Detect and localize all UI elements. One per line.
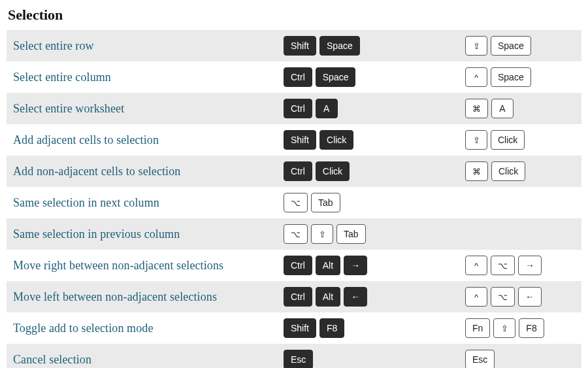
table-row: Same selection in next column⌥Tab [7, 187, 581, 218]
shortcut-description[interactable]: Move left between non-adjacent selection… [12, 290, 284, 304]
key: Alt [316, 256, 340, 275]
key: Ctrl [284, 287, 312, 307]
key: Esc [284, 350, 313, 368]
key: F8 [319, 318, 344, 338]
windows-keys: CtrlClick [284, 161, 465, 181]
mac-keys: ^Space [465, 67, 576, 87]
key: → [518, 256, 542, 275]
table-row: Add adjacent cells to selectionShiftClic… [7, 124, 581, 156]
key: Shift [284, 36, 316, 56]
shortcut-description[interactable]: Select entire worksheet [12, 102, 284, 116]
key: Space [319, 36, 360, 56]
mac-keys: ⇧Click [465, 130, 576, 150]
table-row: Select entire rowShiftSpace⇧Space [7, 30, 581, 61]
key: Ctrl [284, 67, 312, 87]
key: ⇧ [311, 224, 333, 244]
windows-keys: ⌥⇧Tab [284, 224, 465, 244]
key: Click [491, 130, 525, 150]
mac-keys: ⌘Click [465, 161, 576, 181]
mac-keys: ^⌥← [465, 287, 576, 307]
shortcut-description[interactable]: Same selection in next column [12, 196, 284, 210]
section-heading: Selection [7, 4, 581, 30]
key: ← [518, 287, 542, 307]
table-row: Move left between non-adjacent selection… [7, 281, 581, 312]
windows-keys: ShiftSpace [284, 36, 465, 56]
key: Space [316, 67, 356, 87]
key: ^ [465, 256, 487, 275]
key: ⇧ [465, 36, 487, 56]
mac-keys: ^⌥→ [465, 256, 576, 275]
key: Tab [336, 224, 366, 244]
windows-keys: CtrlAlt← [284, 287, 465, 307]
key: ⌘ [465, 161, 488, 181]
mac-keys: Fn⇧F8 [465, 318, 576, 338]
mac-keys: Esc [465, 350, 576, 368]
key: Click [319, 130, 353, 150]
shortcut-description[interactable]: Select entire row [12, 39, 284, 53]
key: ^ [465, 287, 487, 307]
key: → [344, 256, 367, 275]
key: Shift [284, 130, 316, 150]
shortcut-description[interactable]: Select entire column [12, 71, 284, 84]
key: ⌥ [284, 193, 308, 212]
key: ^ [465, 67, 487, 87]
table-row: Select entire columnCtrlSpace^Space [7, 61, 581, 93]
key: Ctrl [284, 256, 312, 275]
mac-keys: ⇧Space [465, 36, 576, 56]
shortcut-description[interactable]: Toggle add to selection mode [12, 322, 284, 335]
key: ⇧ [493, 318, 515, 338]
table-row: Toggle add to selection modeShiftF8Fn⇧F8 [7, 312, 581, 344]
key: ⌥ [284, 224, 308, 244]
table-row: Cancel selectionEscEsc [7, 344, 581, 368]
table-row: Add non-adjacent cells to selectionCtrlC… [7, 156, 581, 187]
key: Tab [311, 193, 340, 212]
key: A [491, 99, 514, 118]
mac-keys: ⌘A [465, 99, 576, 118]
key: F8 [519, 318, 544, 338]
table-row: Move right between non-adjacent selectio… [7, 250, 581, 281]
table-row: Select entire worksheetCtrlA⌘A [7, 93, 581, 124]
table-row: Same selection in previous column⌥⇧Tab [7, 218, 581, 250]
key: Click [491, 161, 525, 181]
key: ⇧ [465, 130, 487, 150]
key: ⌘ [465, 99, 488, 118]
key: ⌥ [491, 256, 515, 275]
key: Alt [316, 287, 340, 307]
key: Ctrl [284, 161, 312, 181]
shortcut-description[interactable]: Cancel selection [12, 353, 284, 367]
key: Ctrl [284, 99, 312, 118]
windows-keys: CtrlA [284, 99, 465, 118]
shortcuts-table: Select entire rowShiftSpace⇧SpaceSelect … [7, 30, 581, 368]
windows-keys: CtrlAlt→ [284, 256, 465, 275]
shortcut-description[interactable]: Same selection in previous column [12, 227, 284, 241]
shortcut-description[interactable]: Add adjacent cells to selection [12, 133, 284, 147]
windows-keys: Esc [284, 350, 465, 368]
key: Click [316, 161, 350, 181]
shortcut-description[interactable]: Add non-adjacent cells to selection [12, 165, 284, 178]
windows-keys: ⌥Tab [284, 193, 465, 212]
key: Shift [284, 318, 316, 338]
key: ⌥ [491, 287, 515, 307]
shortcut-description[interactable]: Move right between non-adjacent selectio… [12, 259, 284, 273]
key: Space [491, 67, 531, 87]
key: Fn [465, 318, 490, 338]
key: Space [491, 36, 531, 56]
windows-keys: ShiftF8 [284, 318, 465, 338]
windows-keys: CtrlSpace [284, 67, 465, 87]
key: A [316, 99, 338, 118]
windows-keys: ShiftClick [284, 130, 465, 150]
key: Esc [465, 350, 495, 368]
key: ← [344, 287, 367, 307]
